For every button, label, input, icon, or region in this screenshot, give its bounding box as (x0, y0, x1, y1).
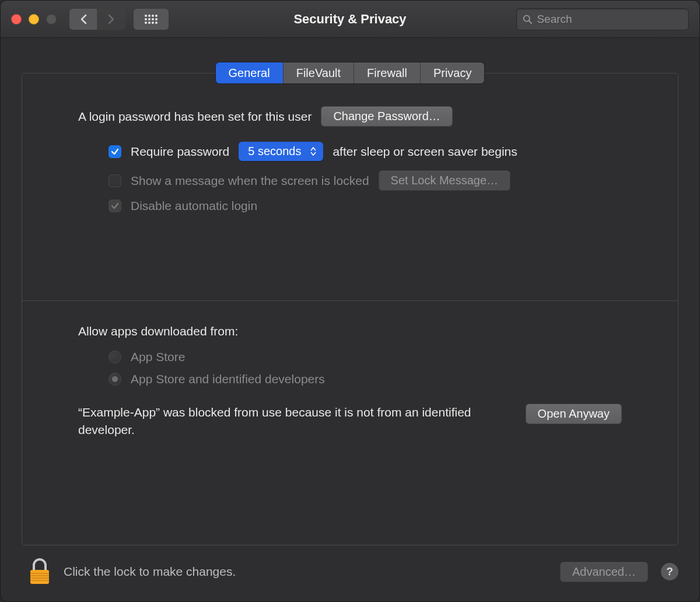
show-message-row: Show a message when the screen is locked… (78, 170, 622, 191)
login-password-text: A login password has been set for this u… (78, 110, 312, 124)
password-delay-value: 5 seconds (248, 145, 301, 158)
blocked-app-text: “Example-App” was blocked from use becau… (78, 404, 508, 439)
preferences-window: Security & Privacy General FileVault Fir… (0, 0, 700, 602)
password-delay-select[interactable]: 5 seconds (239, 142, 323, 161)
tab-general[interactable]: General (216, 62, 284, 83)
appstore-radio (108, 351, 121, 363)
svg-rect-14 (30, 570, 49, 584)
help-button[interactable]: ? (661, 563, 678, 580)
svg-point-4 (145, 18, 147, 20)
search-icon (523, 14, 532, 24)
lock-icon[interactable] (29, 558, 51, 585)
grid-icon (145, 15, 158, 24)
search-input[interactable] (537, 13, 682, 26)
content-area: General FileVault Firewall Privacy A log… (1, 38, 699, 545)
svg-point-1 (148, 15, 150, 17)
tab-filevault[interactable]: FileVault (284, 62, 354, 83)
back-button[interactable] (69, 9, 97, 30)
nav-buttons (69, 9, 125, 30)
lock-icon-svg (29, 558, 51, 585)
chevron-right-icon (108, 14, 115, 24)
svg-point-7 (155, 18, 158, 20)
change-password-button[interactable]: Change Password… (321, 106, 452, 127)
gatekeeper-option-appstore: App Store (78, 350, 622, 364)
login-password-row: A login password has been set for this u… (78, 106, 622, 127)
advanced-button: Advanced… (560, 562, 648, 582)
gatekeeper-heading: Allow apps downloaded from: (78, 324, 622, 338)
svg-point-3 (155, 15, 158, 17)
set-lock-message-button: Set Lock Message… (379, 170, 511, 191)
chevron-left-icon (80, 14, 87, 24)
identified-radio (108, 373, 121, 386)
svg-line-13 (529, 20, 532, 23)
disable-auto-login-row: Disable automatic login (78, 199, 622, 213)
search-field[interactable] (516, 8, 689, 30)
blocked-app-row: “Example-App” was blocked from use becau… (78, 404, 622, 439)
forward-button (97, 9, 125, 30)
require-password-checkbox[interactable] (108, 145, 121, 158)
panel: A login password has been set for this u… (22, 73, 678, 545)
require-password-row: Require password 5 seconds after sleep o… (78, 142, 622, 161)
minimize-button[interactable] (29, 14, 39, 24)
tab-privacy[interactable]: Privacy (421, 62, 485, 83)
svg-point-2 (152, 15, 154, 17)
identified-radio-label: App Store and identified developers (131, 372, 325, 386)
tab-firewall[interactable]: Firewall (354, 62, 421, 83)
svg-point-9 (148, 22, 150, 24)
show-message-label: Show a message when the screen is locked (131, 174, 369, 188)
traffic-lights (11, 14, 57, 24)
svg-point-8 (145, 22, 147, 24)
open-anyway-button[interactable]: Open Anyway (526, 404, 622, 424)
svg-point-10 (152, 22, 154, 24)
updown-arrows-icon (310, 147, 316, 156)
titlebar: Security & Privacy (1, 1, 699, 38)
gatekeeper-option-identified: App Store and identified developers (78, 372, 622, 386)
show-message-checkbox (108, 174, 121, 187)
svg-point-6 (152, 18, 154, 20)
svg-point-5 (148, 18, 150, 20)
after-sleep-label: after sleep or screen saver begins (332, 145, 517, 159)
disable-auto-login-label: Disable automatic login (131, 199, 257, 213)
footer: Click the lock to make changes. Advanced… (1, 545, 699, 601)
lock-text: Click the lock to make changes. (64, 565, 236, 579)
close-button[interactable] (11, 14, 22, 24)
svg-point-11 (155, 22, 158, 24)
checkmark-icon (111, 148, 119, 156)
zoom-button-disabled (46, 14, 57, 24)
show-all-button[interactable] (134, 9, 169, 30)
checkmark-icon (111, 202, 119, 210)
svg-point-0 (145, 15, 147, 17)
question-mark-icon: ? (666, 565, 673, 578)
appstore-radio-label: App Store (131, 350, 185, 364)
tabs: General FileVault Firewall Privacy (22, 62, 678, 83)
disable-auto-login-checkbox (108, 200, 121, 212)
require-password-label: Require password (131, 145, 229, 159)
